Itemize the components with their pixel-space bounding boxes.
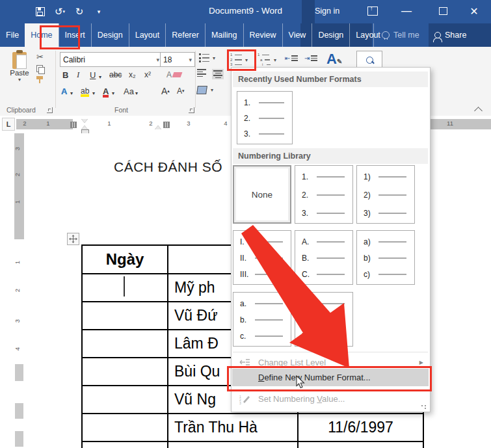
font-color-button[interactable]: A bbox=[103, 85, 109, 98]
right-indent-marker[interactable] bbox=[155, 125, 161, 129]
font-name-combo[interactable]: Calibri▾ bbox=[60, 52, 163, 67]
maximize-icon[interactable] bbox=[432, 3, 454, 20]
share-button[interactable]: Share bbox=[434, 23, 466, 47]
ruler-number: 4 bbox=[224, 120, 227, 127]
table-column-marker[interactable] bbox=[70, 122, 77, 128]
ruler-number: 1 bbox=[107, 120, 111, 127]
table-cell-name[interactable]: Trần Văn Minh bbox=[167, 441, 297, 448]
svg-text:3: 3 bbox=[239, 401, 241, 404]
ruler-number: 3 bbox=[14, 147, 21, 150]
underline-dropdown-arrow[interactable]: ▾ bbox=[99, 70, 101, 83]
font-dialog-launcher-icon[interactable] bbox=[189, 107, 194, 113]
bold-button[interactable]: B bbox=[62, 68, 68, 81]
tab-file[interactable]: File bbox=[0, 23, 25, 47]
menu-resize-grip[interactable] bbox=[421, 404, 427, 410]
shading-button[interactable]: ▾ bbox=[197, 86, 213, 94]
styles-button[interactable]: A✎ bbox=[326, 51, 342, 68]
search-icon bbox=[366, 57, 373, 64]
clipboard-dialog-launcher-icon[interactable] bbox=[47, 107, 53, 113]
format-item-label: a) bbox=[364, 237, 375, 246]
table-cell[interactable] bbox=[83, 301, 167, 329]
clear-formatting-button[interactable]: A bbox=[166, 68, 181, 81]
table-cell[interactable] bbox=[83, 441, 167, 448]
bullets-button[interactable]: ▾ bbox=[199, 53, 215, 62]
number-format-option[interactable]: 1.2.3. bbox=[237, 91, 293, 144]
format-item-label: 1. bbox=[244, 98, 256, 107]
lightbulb-icon bbox=[382, 31, 390, 39]
paste-dropdown-arrow[interactable]: ▾ bbox=[18, 77, 21, 83]
increase-indent-icon: ⇥ bbox=[304, 55, 310, 62]
change-case-arrow[interactable]: ▾ bbox=[135, 86, 138, 99]
text-cursor bbox=[124, 276, 125, 296]
format-item-label: b) bbox=[364, 254, 375, 263]
highlight-button[interactable]: ab bbox=[81, 85, 89, 98]
decrease-indent-button[interactable]: ⇤ bbox=[285, 55, 298, 62]
font-color-arrow[interactable]: ▾ bbox=[112, 86, 114, 99]
find-button[interactable] bbox=[356, 51, 382, 69]
format-item-label: iii. bbox=[302, 332, 313, 341]
underline-button[interactable]: U bbox=[90, 68, 96, 81]
number-format-option[interactable]: a)b)c) bbox=[356, 230, 415, 285]
grow-font-button[interactable]: A▴ bbox=[161, 85, 170, 98]
italic-button[interactable]: I bbox=[77, 68, 79, 81]
strikethrough-button[interactable]: abc bbox=[109, 68, 122, 81]
tab-design-contextual[interactable]: Design bbox=[312, 23, 349, 47]
align-center-button[interactable] bbox=[212, 69, 224, 79]
change-case-button[interactable]: Aa bbox=[124, 85, 134, 98]
increase-indent-button[interactable]: ⇥ bbox=[304, 55, 317, 62]
cut-icon[interactable]: ✂ bbox=[36, 52, 44, 62]
tab-referer[interactable]: Referer bbox=[165, 23, 205, 47]
format-item-label: C. bbox=[302, 270, 313, 279]
table-cell[interactable] bbox=[83, 273, 167, 301]
number-format-option[interactable]: i.ii.iii. bbox=[295, 292, 353, 347]
align-left-button[interactable] bbox=[197, 69, 206, 77]
numbering-dropdown-menu: Recently Used Number Formats 1.2.3. Numb… bbox=[231, 67, 431, 412]
close-icon[interactable]: ✕ bbox=[463, 3, 485, 20]
format-painter-icon[interactable] bbox=[36, 76, 43, 83]
table-move-handle[interactable] bbox=[67, 233, 79, 245]
first-line-indent-marker[interactable] bbox=[81, 119, 88, 123]
copy-icon[interactable] bbox=[36, 65, 44, 73]
table-cell[interactable] bbox=[83, 385, 167, 413]
word-window: ↺▾ ↻ ▾ Document9 - Word Sign in — ✕ File… bbox=[0, 0, 491, 448]
paste-button[interactable]: Paste ▾ bbox=[5, 51, 34, 99]
tab-selector[interactable]: L bbox=[2, 118, 15, 131]
table-header-cell[interactable]: Ngày bbox=[83, 246, 167, 273]
number-format-option[interactable]: 1.2.3. bbox=[295, 165, 353, 224]
number-format-option[interactable]: a.b.c. bbox=[233, 292, 291, 347]
numbering-library-header: Numbering Library bbox=[233, 148, 428, 164]
tab-review[interactable]: Review bbox=[243, 23, 282, 47]
text-effects-arrow[interactable]: ▾ bbox=[70, 86, 73, 99]
format-item-label: 1) bbox=[364, 172, 375, 181]
table-cell[interactable] bbox=[83, 357, 167, 385]
table-cell[interactable] bbox=[83, 413, 167, 441]
vertical-ruler[interactable]: 3211234 bbox=[14, 133, 24, 448]
number-format-option[interactable]: I.II.III. bbox=[233, 230, 291, 285]
sign-in-button[interactable]: Sign in bbox=[315, 7, 339, 16]
table-cell-date[interactable]: 11/6/1997 bbox=[297, 413, 423, 441]
table-column-marker[interactable] bbox=[163, 122, 170, 128]
font-group-label: Font bbox=[114, 106, 128, 114]
ruler-number: 2 bbox=[14, 289, 21, 292]
ribbon-display-options-icon[interactable] bbox=[362, 3, 384, 20]
font-size-combo[interactable]: 18▾ bbox=[160, 52, 195, 67]
number-format-none[interactable]: None bbox=[233, 165, 291, 224]
subscript-button[interactable]: x₂ bbox=[129, 68, 136, 81]
number-format-option[interactable]: 1)2)3) bbox=[356, 165, 415, 224]
table-cell-name[interactable]: Trần Thu Hà bbox=[167, 413, 297, 441]
table-cell[interactable] bbox=[83, 329, 167, 357]
tab-view[interactable]: View bbox=[282, 23, 312, 47]
tell-me-button[interactable]: Tell me bbox=[373, 23, 419, 47]
number-format-option[interactable]: A.B.C. bbox=[295, 230, 353, 285]
minimize-icon[interactable]: — bbox=[395, 3, 418, 20]
tab-design[interactable]: Design bbox=[91, 23, 129, 47]
text-effects-button[interactable]: A bbox=[61, 85, 67, 98]
highlight-arrow[interactable]: ▾ bbox=[92, 86, 95, 99]
superscript-button[interactable]: x² bbox=[144, 68, 151, 81]
table-cell-date[interactable]: 11/1/1997 bbox=[297, 441, 423, 448]
multilevel-list-button[interactable]: 1 a i ▾ bbox=[258, 53, 276, 66]
shrink-font-button[interactable]: A▾ bbox=[177, 85, 185, 98]
tab-mailing[interactable]: Mailing bbox=[205, 23, 243, 47]
tab-layout[interactable]: Layout bbox=[129, 23, 166, 47]
font-name-value: Calibri bbox=[63, 55, 85, 64]
